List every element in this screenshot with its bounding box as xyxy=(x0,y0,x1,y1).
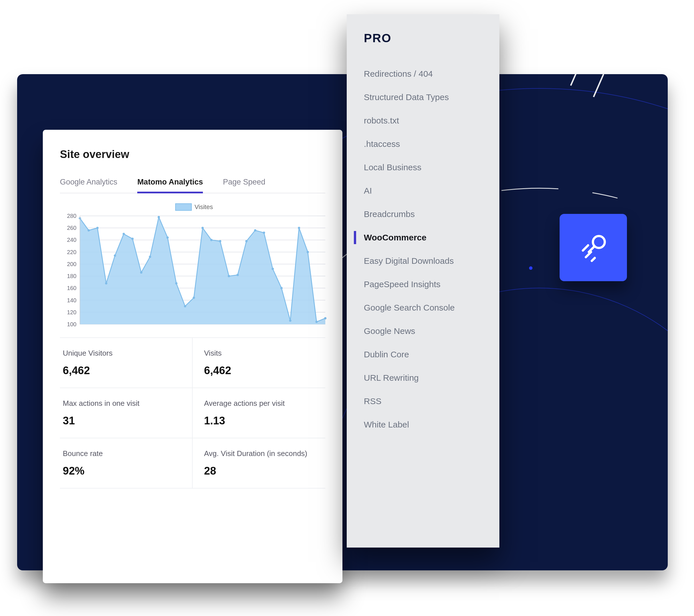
legend-swatch xyxy=(175,203,192,211)
svg-point-45 xyxy=(219,240,221,242)
stat-label: Max actions in one visit xyxy=(63,399,189,408)
stat-label: Average actions per visit xyxy=(204,399,323,408)
svg-point-32 xyxy=(105,282,107,284)
svg-point-55 xyxy=(307,251,309,253)
svg-point-54 xyxy=(298,227,300,229)
stat-value: 28 xyxy=(204,465,323,477)
tabs: Google Analytics Matomo Analytics Page S… xyxy=(60,178,325,193)
stat-label: Visits xyxy=(204,349,323,358)
svg-point-49 xyxy=(254,229,256,231)
svg-point-50 xyxy=(263,231,265,234)
svg-point-34 xyxy=(123,233,125,235)
svg-text:100: 100 xyxy=(67,321,76,328)
svg-point-53 xyxy=(289,319,291,322)
svg-point-46 xyxy=(228,275,230,277)
svg-point-37 xyxy=(149,256,151,258)
sidebar-item-breadcrumbs[interactable]: Breadcrumbs xyxy=(364,203,482,226)
stat-value: 31 xyxy=(63,415,189,427)
tab-google-analytics[interactable]: Google Analytics xyxy=(60,178,117,193)
svg-text:280: 280 xyxy=(67,213,76,219)
stat-value: 92% xyxy=(63,465,189,477)
stat-value: 6,462 xyxy=(204,365,323,377)
pro-menu-list: Redirections / 404Structured Data Typesr… xyxy=(364,62,482,436)
svg-point-51 xyxy=(272,268,274,270)
tab-page-speed[interactable]: Page Speed xyxy=(223,178,266,193)
sidebar-item-rss[interactable]: RSS xyxy=(364,390,482,413)
svg-text:260: 260 xyxy=(67,225,76,231)
svg-text:160: 160 xyxy=(67,285,76,291)
stat-avg-duration: Avg. Visit Duration (in seconds) 28 xyxy=(193,438,325,488)
sidebar-item-robots-txt[interactable]: robots.txt xyxy=(364,109,482,132)
svg-point-41 xyxy=(184,305,186,307)
sidebar-item-google-search-console[interactable]: Google Search Console xyxy=(364,296,482,319)
svg-point-40 xyxy=(175,282,178,284)
svg-text:180: 180 xyxy=(67,273,76,279)
svg-point-43 xyxy=(201,227,204,229)
svg-point-3 xyxy=(529,266,532,270)
svg-text:120: 120 xyxy=(67,309,76,315)
svg-text:220: 220 xyxy=(67,249,76,255)
chart-legend: Visites xyxy=(60,203,328,211)
tab-matomo-analytics[interactable]: Matomo Analytics xyxy=(137,178,203,193)
stat-label: Unique Visitors xyxy=(63,349,189,358)
stat-label: Avg. Visit Duration (in seconds) xyxy=(204,449,323,458)
sidebar-item-woocommerce[interactable]: WooCommerce xyxy=(364,226,482,249)
stat-max-actions: Max actions in one visit 31 xyxy=(60,388,193,438)
svg-point-30 xyxy=(88,229,90,231)
svg-text:140: 140 xyxy=(67,297,76,303)
sidebar-item-dublin-core[interactable]: Dublin Core xyxy=(364,343,482,366)
stat-visits: Visits 6,462 xyxy=(193,338,325,388)
card-title: Site overview xyxy=(60,148,325,161)
legend-label: Visites xyxy=(195,203,213,211)
visits-chart: Visites 100120140160180200220240260280 xyxy=(60,203,328,332)
stats-grid: Unique Visitors 6,462 Visits 6,462 Max a… xyxy=(60,337,325,488)
svg-point-44 xyxy=(210,239,213,241)
stat-bounce-rate: Bounce rate 92% xyxy=(60,438,193,488)
sidebar-item-google-news[interactable]: Google News xyxy=(364,319,482,343)
sidebar-item-local-business[interactable]: Local Business xyxy=(364,156,482,179)
svg-point-57 xyxy=(324,317,326,319)
chart-svg: 100120140160180200220240260280 xyxy=(60,213,328,330)
stat-unique-visitors: Unique Visitors 6,462 xyxy=(60,338,193,388)
sidebar-item-pagespeed-insights[interactable]: PageSpeed Insights xyxy=(364,273,482,296)
svg-point-33 xyxy=(114,255,116,257)
stat-avg-actions: Average actions per visit 1.13 xyxy=(193,388,325,438)
svg-point-42 xyxy=(193,297,195,299)
sidebar-item-ai[interactable]: AI xyxy=(364,179,482,203)
stat-label: Bounce rate xyxy=(63,449,189,458)
sidebar-item-htaccess[interactable]: .htaccess xyxy=(364,132,482,156)
magnifier-speed-icon xyxy=(575,229,612,266)
svg-point-36 xyxy=(140,271,142,274)
svg-point-52 xyxy=(280,287,282,289)
sidebar-item-structured-data-types[interactable]: Structured Data Types xyxy=(364,86,482,109)
svg-line-6 xyxy=(583,245,588,250)
pro-title: PRO xyxy=(364,31,482,45)
sidebar-item-redirections-404[interactable]: Redirections / 404 xyxy=(364,62,482,86)
sidebar-item-url-rewriting[interactable]: URL Rewriting xyxy=(364,366,482,390)
svg-line-8 xyxy=(592,258,595,261)
svg-point-47 xyxy=(237,274,239,276)
svg-point-35 xyxy=(131,238,133,240)
svg-point-56 xyxy=(315,321,317,323)
pro-menu: PRO Redirections / 404Structured Data Ty… xyxy=(347,14,499,547)
sidebar-item-white-label[interactable]: White Label xyxy=(364,413,482,436)
stat-value: 6,462 xyxy=(63,365,189,377)
svg-point-48 xyxy=(245,240,248,242)
svg-point-38 xyxy=(158,216,160,218)
stat-value: 1.13 xyxy=(204,415,323,427)
site-overview-card: Site overview Google Analytics Matomo An… xyxy=(43,130,343,583)
svg-text:200: 200 xyxy=(67,261,76,267)
svg-text:240: 240 xyxy=(67,237,76,243)
sidebar-item-easy-digital-downloads[interactable]: Easy Digital Downloads xyxy=(364,249,482,273)
svg-point-39 xyxy=(166,237,169,239)
app-icon xyxy=(560,214,627,281)
svg-point-31 xyxy=(96,227,98,229)
